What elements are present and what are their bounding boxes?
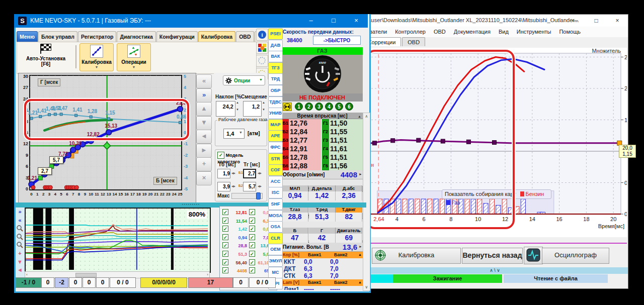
signal-checkbox[interactable]: ✓	[222, 259, 228, 265]
scroll-right-icon[interactable]: ›	[207, 272, 208, 277]
offset-up-icon[interactable]: ▲	[260, 101, 267, 104]
menu-item-OBD[interactable]: OBD	[434, 27, 446, 37]
move-right-button[interactable]: ►	[196, 144, 212, 158]
scroll-left-icon[interactable]: ‹	[26, 272, 28, 277]
tab-Калибровка[interactable]: Калибровка	[198, 31, 235, 42]
side-tab-ОБР[interactable]: ОБР	[268, 85, 283, 96]
signal-checkbox[interactable]: ✓	[249, 251, 255, 257]
scroll-thumb[interactable]	[75, 273, 97, 277]
side-tab-OEM[interactable]: OEM	[268, 244, 283, 255]
side-tab-COF[interactable]: COF	[268, 164, 283, 176]
signal-checkbox[interactable]: ✓	[222, 267, 228, 273]
oscilloscope-chart[interactable]: 800%	[25, 208, 211, 273]
tab-Регистратор[interactable]: Регистратор	[78, 31, 116, 42]
scroll-down-icon[interactable]: ∨	[363, 285, 370, 289]
signal-checkbox[interactable]: ✓	[222, 218, 228, 224]
signal-checkbox[interactable]: ✓	[249, 218, 255, 224]
menu-item-Вид[interactable]: Вид	[499, 27, 509, 37]
slope-down-icon[interactable]: ▼	[234, 108, 241, 111]
page-first-button[interactable]: «	[196, 74, 212, 88]
signal-checkbox[interactable]: ✓	[222, 234, 228, 240]
move-down-button[interactable]: ▼	[196, 116, 212, 130]
side-tab-OSA[interactable]: OSA	[268, 221, 283, 233]
down-icon[interactable]: ▼	[16, 258, 24, 266]
add-icon[interactable]: +	[16, 250, 24, 257]
calibration-button[interactable]: Калибровка	[372, 248, 461, 264]
side-tab-ВАК[interactable]: ВАК	[268, 51, 283, 62]
close-button[interactable]: ×	[345, 14, 367, 28]
side-tab-ДАВ[interactable]: ДАВ	[268, 40, 283, 51]
signal-checkbox[interactable]: ✓	[249, 242, 255, 248]
zoom-icon[interactable]	[16, 225, 24, 232]
collapse-bar[interactable]: ∧ \ ∨	[362, 267, 628, 274]
options-button[interactable]: Опции ▼	[223, 75, 265, 85]
maximize-button[interactable]: □	[586, 15, 607, 27]
horizontal-splitter[interactable]: ·········	[16, 202, 366, 208]
side-tab-CLR[interactable]: CLR	[268, 233, 283, 244]
data-panel-scrollbar[interactable]: ∧ ∨	[363, 113, 370, 291]
fast-button[interactable]: ->БЫСТРО	[313, 36, 361, 45]
tb-value-1[interactable]: 1,9	[217, 169, 230, 178]
zoom-in-icon[interactable]	[16, 241, 24, 249]
tab-OBD[interactable]: OBD	[236, 31, 254, 42]
expand-icon[interactable]: ►	[359, 172, 362, 176]
move-left-button[interactable]: ◄	[196, 130, 212, 144]
right-titlebar[interactable]: s\user\Downloads\Mitsubishi_Outlander XL…	[362, 15, 628, 27]
signal-checkbox[interactable]: ✓	[222, 251, 228, 257]
add-point-button[interactable]: +	[196, 157, 212, 171]
signal-checkbox[interactable]: ✓	[249, 267, 255, 273]
side-tab-APE[interactable]: APE	[268, 130, 283, 142]
side-tab-MAP[interactable]: MAP	[268, 119, 283, 131]
side-tab-SHF[interactable]: SHF	[268, 198, 283, 210]
menu-item-Контроллер[interactable]: Контроллер	[395, 27, 426, 37]
menu-item-Инструменты[interactable]: Инструменты	[517, 27, 551, 37]
info-icon-button[interactable]: i	[256, 29, 268, 41]
menu-item-Документация[interactable]: Документация	[454, 27, 491, 37]
slope-input[interactable]: 24,2	[216, 101, 235, 117]
max-slider[interactable]	[231, 193, 263, 199]
operations-tool-button[interactable]: Операции ▼	[117, 43, 151, 71]
signal-checkbox[interactable]: ✓	[222, 226, 228, 232]
left-titlebar[interactable]: S KME NEVO-SKY - 5.0.7.1 | Газовый ЭБУ: …	[14, 14, 368, 28]
side-tab-ACC[interactable]: ACC	[268, 176, 283, 187]
slope-up-icon[interactable]: ▲	[234, 101, 241, 104]
side-tab-ISC[interactable]: ISC	[268, 187, 283, 198]
oscilloscope-icon-button[interactable]	[524, 247, 543, 264]
pressure-select[interactable]: 1,4 ▼	[223, 129, 245, 139]
signal-checkbox[interactable]: ✓	[249, 259, 255, 265]
palette-icon-button[interactable]	[256, 42, 268, 54]
lambda-bowtie-icon[interactable]	[283, 103, 292, 111]
auto-setup-button[interactable]: Авто-Установка [F6]	[18, 43, 73, 71]
stepper-icon[interactable]: ◂▸	[231, 184, 235, 188]
stepper-icon[interactable]: ◂▸	[258, 184, 262, 188]
side-tab-ФРС[interactable]: ФРС	[268, 142, 283, 153]
maximize-button[interactable]: □	[323, 14, 345, 28]
delete-point-button[interactable]: ×	[196, 171, 212, 185]
tab-Конфигураци[interactable]: Конфигураци	[156, 31, 198, 42]
side-tab-УНИВ[interactable]: УНИВ	[268, 108, 283, 119]
stepper-icon[interactable]: ◂▸	[231, 171, 235, 175]
side-tab-STR[interactable]: STR	[268, 153, 283, 165]
side-tab-ЭМУЛ[interactable]: ЭМУЛ	[268, 255, 283, 267]
menu-item-затели[interactable]: затели	[370, 27, 387, 37]
tb-value-2[interactable]: 3,9	[217, 182, 230, 191]
back-button[interactable]: Вернуться назад	[462, 248, 523, 264]
signal-checkbox[interactable]: ✓	[249, 234, 255, 240]
calibration-chart[interactable]: 0123456789101112131415161718192021222324…	[18, 73, 196, 204]
zoom-out-icon[interactable]	[16, 233, 24, 241]
side-tab-ТГЗ[interactable]: ТГЗ	[268, 62, 283, 74]
collapse-icon[interactable]: ▲	[358, 280, 362, 284]
scroll-up-icon[interactable]: ∧	[363, 114, 370, 119]
tg-value-2[interactable]: 5,7	[243, 182, 256, 191]
side-tab-ТРД[interactable]: ТРД	[268, 73, 283, 85]
tab-Блок управл[interactable]: Блок управл	[38, 31, 77, 42]
tab-Меню[interactable]: Меню	[17, 31, 38, 42]
minimize-button[interactable]: —	[565, 15, 586, 27]
multiplier-chart[interactable]: 4681012141618202,642,52,01,50,50,0Множит…	[363, 48, 627, 237]
max-slider-thumb[interactable]	[256, 192, 261, 199]
tab-OBD[interactable]: OBD	[402, 37, 425, 46]
tg-value-1[interactable]: 2,7	[243, 169, 256, 178]
signal-checkbox[interactable]: ✓	[249, 209, 255, 215]
stepper-icon[interactable]: ◂▸	[258, 171, 262, 175]
move-up-button[interactable]: ▲	[196, 102, 212, 116]
